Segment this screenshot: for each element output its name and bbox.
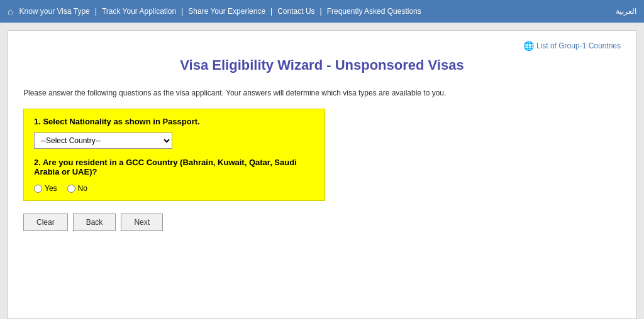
nav-sep-3: | bbox=[270, 7, 272, 16]
nav-share-exp[interactable]: Share Your Experience bbox=[188, 7, 265, 16]
nav-sep-4: | bbox=[320, 7, 322, 16]
radio-yes[interactable] bbox=[34, 185, 42, 193]
radio-yes-label[interactable]: Yes bbox=[34, 184, 57, 193]
question-box: 1. Select Nationality as shown in Passpo… bbox=[23, 109, 325, 201]
arabic-language-link[interactable]: العربية bbox=[616, 7, 636, 16]
home-icon[interactable]: ⌂ bbox=[8, 6, 13, 16]
radio-yes-text: Yes bbox=[45, 184, 57, 193]
nav-sep-2: | bbox=[181, 7, 183, 16]
nav-links: Know your Visa Type | Track Your Applica… bbox=[19, 7, 616, 16]
radio-no-label[interactable]: No bbox=[67, 184, 87, 193]
group1-countries-link[interactable]: 🌐 List of Group-1 Countries bbox=[523, 41, 621, 51]
globe-icon: 🌐 bbox=[523, 41, 534, 51]
nav-faq[interactable]: Frequently Asked Questions bbox=[327, 7, 421, 16]
radio-no[interactable] bbox=[67, 185, 75, 193]
nav-track-app[interactable]: Track Your Application bbox=[102, 7, 176, 16]
clear-button[interactable]: Clear bbox=[23, 214, 68, 231]
question1-label: 1. Select Nationality as shown in Passpo… bbox=[34, 117, 314, 126]
back-button[interactable]: Back bbox=[73, 214, 116, 231]
next-button[interactable]: Next bbox=[121, 214, 163, 231]
top-right-area: 🌐 List of Group-1 Countries bbox=[23, 41, 621, 51]
nav-know-visa[interactable]: Know your Visa Type bbox=[19, 7, 89, 16]
page-description: Please answer the following questions as… bbox=[23, 89, 621, 97]
radio-no-text: No bbox=[78, 184, 87, 193]
navbar: ⌂ Know your Visa Type | Track Your Appli… bbox=[0, 0, 644, 23]
main-container: 🌐 List of Group-1 Countries Visa Eligibi… bbox=[8, 30, 636, 319]
page-title: Visa Eligibility Wizard - Unsponsored Vi… bbox=[23, 57, 621, 73]
button-row: Clear Back Next bbox=[23, 214, 621, 231]
question2-label: 2. Are you resident in a GCC Country (Ba… bbox=[34, 158, 314, 176]
country-select[interactable]: --Select Country-- bbox=[34, 132, 172, 149]
nav-contact[interactable]: Contact Us bbox=[277, 7, 314, 16]
nav-sep-1: | bbox=[95, 7, 97, 16]
gcc-radio-group: Yes No bbox=[34, 184, 314, 193]
